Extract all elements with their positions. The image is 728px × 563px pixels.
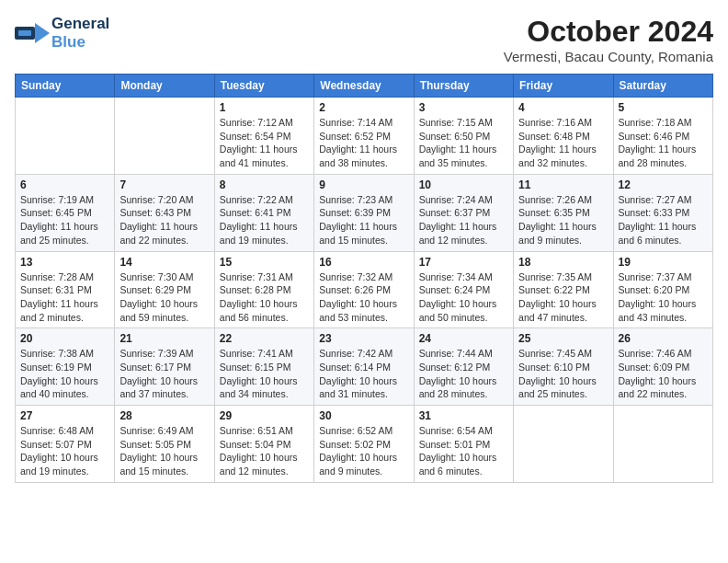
day-number: 29 xyxy=(220,409,309,422)
calendar-cell: 24Sunrise: 7:44 AMSunset: 6:12 PMDayligh… xyxy=(414,328,513,406)
calendar-header-saturday: Saturday xyxy=(613,75,712,98)
day-info: Sunrise: 7:14 AMSunset: 6:52 PMDaylight:… xyxy=(319,116,408,170)
day-info: Sunrise: 7:26 AMSunset: 6:35 PMDaylight:… xyxy=(518,193,608,247)
day-number: 6 xyxy=(20,178,109,191)
page-header: General Blue October 2024 Vermesti, Baca… xyxy=(15,15,713,64)
day-info: Sunrise: 7:32 AMSunset: 6:26 PMDaylight:… xyxy=(319,270,408,325)
title-block: October 2024 Vermesti, Bacau County, Rom… xyxy=(504,15,713,64)
calendar-cell: 19Sunrise: 7:37 AMSunset: 6:20 PMDayligh… xyxy=(613,251,712,328)
calendar-cell xyxy=(115,98,214,175)
calendar-cell: 26Sunrise: 7:46 AMSunset: 6:09 PMDayligh… xyxy=(613,328,712,406)
day-info: Sunrise: 7:19 AMSunset: 6:45 PMDaylight:… xyxy=(20,193,109,247)
day-info: Sunrise: 6:52 AMSunset: 5:02 PMDaylight:… xyxy=(319,424,408,478)
calendar-cell: 8Sunrise: 7:22 AMSunset: 6:41 PMDaylight… xyxy=(214,174,313,251)
calendar-cell: 15Sunrise: 7:31 AMSunset: 6:28 PMDayligh… xyxy=(214,251,313,328)
calendar-cell: 20Sunrise: 7:38 AMSunset: 6:19 PMDayligh… xyxy=(16,328,115,406)
calendar-cell: 23Sunrise: 7:42 AMSunset: 6:14 PMDayligh… xyxy=(314,328,414,406)
calendar-cell: 31Sunrise: 6:54 AMSunset: 5:01 PMDayligh… xyxy=(414,406,513,483)
day-number: 15 xyxy=(220,256,309,269)
day-number: 7 xyxy=(119,178,209,191)
calendar-cell: 30Sunrise: 6:52 AMSunset: 5:02 PMDayligh… xyxy=(314,406,414,483)
day-number: 31 xyxy=(419,409,508,422)
day-info: Sunrise: 7:38 AMSunset: 6:19 PMDaylight:… xyxy=(20,347,109,401)
day-info: Sunrise: 6:48 AMSunset: 5:07 PMDaylight:… xyxy=(20,424,109,478)
logo-general: General xyxy=(51,15,109,32)
calendar-cell: 13Sunrise: 7:28 AMSunset: 6:31 PMDayligh… xyxy=(16,251,115,328)
day-info: Sunrise: 7:34 AMSunset: 6:24 PMDaylight:… xyxy=(419,270,508,325)
calendar-cell: 5Sunrise: 7:18 AMSunset: 6:46 PMDaylight… xyxy=(613,98,712,175)
calendar-cell: 16Sunrise: 7:32 AMSunset: 6:26 PMDayligh… xyxy=(314,251,414,328)
day-info: Sunrise: 7:12 AMSunset: 6:54 PMDaylight:… xyxy=(220,116,309,170)
day-number: 26 xyxy=(619,332,708,345)
month-title: October 2024 xyxy=(504,15,713,49)
day-info: Sunrise: 7:35 AMSunset: 6:22 PMDaylight:… xyxy=(518,270,608,325)
day-info: Sunrise: 7:28 AMSunset: 6:31 PMDaylight:… xyxy=(20,270,109,325)
calendar-week-row: 1Sunrise: 7:12 AMSunset: 6:54 PMDaylight… xyxy=(16,98,713,175)
calendar-week-row: 13Sunrise: 7:28 AMSunset: 6:31 PMDayligh… xyxy=(16,251,713,328)
svg-rect-2 xyxy=(18,30,31,36)
day-info: Sunrise: 7:39 AMSunset: 6:17 PMDaylight:… xyxy=(119,347,209,401)
calendar-header-row: SundayMondayTuesdayWednesdayThursdayFrid… xyxy=(16,75,713,98)
day-number: 4 xyxy=(518,101,608,114)
logo: General Blue xyxy=(15,15,109,52)
day-number: 28 xyxy=(119,409,209,422)
day-number: 18 xyxy=(518,256,608,269)
day-info: Sunrise: 7:37 AMSunset: 6:20 PMDaylight:… xyxy=(619,270,708,325)
calendar-cell: 9Sunrise: 7:23 AMSunset: 6:39 PMDaylight… xyxy=(314,174,414,251)
calendar-header-wednesday: Wednesday xyxy=(314,75,414,98)
calendar-cell: 3Sunrise: 7:15 AMSunset: 6:50 PMDaylight… xyxy=(414,98,513,175)
calendar-cell: 4Sunrise: 7:16 AMSunset: 6:48 PMDaylight… xyxy=(514,98,613,175)
day-number: 5 xyxy=(619,101,708,114)
logo-blue: Blue xyxy=(51,33,85,51)
calendar-cell: 2Sunrise: 7:14 AMSunset: 6:52 PMDaylight… xyxy=(314,98,414,175)
day-info: Sunrise: 7:16 AMSunset: 6:48 PMDaylight:… xyxy=(518,116,608,170)
day-number: 21 xyxy=(119,332,209,345)
day-info: Sunrise: 7:31 AMSunset: 6:28 PMDaylight:… xyxy=(220,270,309,325)
calendar-cell: 22Sunrise: 7:41 AMSunset: 6:15 PMDayligh… xyxy=(214,328,313,406)
day-number: 22 xyxy=(220,332,309,345)
day-number: 16 xyxy=(319,256,408,269)
calendar-cell: 7Sunrise: 7:20 AMSunset: 6:43 PMDaylight… xyxy=(115,174,214,251)
day-info: Sunrise: 7:18 AMSunset: 6:46 PMDaylight:… xyxy=(619,116,708,170)
day-info: Sunrise: 7:30 AMSunset: 6:29 PMDaylight:… xyxy=(119,270,209,325)
day-number: 8 xyxy=(220,178,309,191)
day-info: Sunrise: 7:44 AMSunset: 6:12 PMDaylight:… xyxy=(419,347,508,401)
day-info: Sunrise: 7:15 AMSunset: 6:50 PMDaylight:… xyxy=(419,116,508,170)
day-info: Sunrise: 7:45 AMSunset: 6:10 PMDaylight:… xyxy=(518,347,608,401)
calendar-cell: 21Sunrise: 7:39 AMSunset: 6:17 PMDayligh… xyxy=(115,328,214,406)
day-info: Sunrise: 7:20 AMSunset: 6:43 PMDaylight:… xyxy=(119,193,209,247)
calendar-header-tuesday: Tuesday xyxy=(214,75,313,98)
day-info: Sunrise: 7:41 AMSunset: 6:15 PMDaylight:… xyxy=(220,347,309,401)
calendar-cell: 14Sunrise: 7:30 AMSunset: 6:29 PMDayligh… xyxy=(115,251,214,328)
calendar-cell xyxy=(16,98,115,175)
day-info: Sunrise: 7:22 AMSunset: 6:41 PMDaylight:… xyxy=(220,193,309,247)
calendar-cell: 17Sunrise: 7:34 AMSunset: 6:24 PMDayligh… xyxy=(414,251,513,328)
day-number: 30 xyxy=(319,409,408,422)
day-number: 27 xyxy=(20,409,109,422)
day-info: Sunrise: 6:54 AMSunset: 5:01 PMDaylight:… xyxy=(419,424,508,478)
day-number: 23 xyxy=(319,332,408,345)
calendar-cell: 10Sunrise: 7:24 AMSunset: 6:37 PMDayligh… xyxy=(414,174,513,251)
calendar-cell: 11Sunrise: 7:26 AMSunset: 6:35 PMDayligh… xyxy=(514,174,613,251)
calendar-header-sunday: Sunday xyxy=(16,75,115,98)
calendar-cell: 28Sunrise: 6:49 AMSunset: 5:05 PMDayligh… xyxy=(115,406,214,483)
day-info: Sunrise: 7:24 AMSunset: 6:37 PMDaylight:… xyxy=(419,193,508,247)
calendar-cell xyxy=(613,406,712,483)
day-number: 9 xyxy=(319,178,408,191)
calendar-week-row: 6Sunrise: 7:19 AMSunset: 6:45 PMDaylight… xyxy=(16,174,713,251)
calendar-week-row: 27Sunrise: 6:48 AMSunset: 5:07 PMDayligh… xyxy=(16,406,713,483)
calendar-table: SundayMondayTuesdayWednesdayThursdayFrid… xyxy=(15,74,713,483)
day-number: 10 xyxy=(419,178,508,191)
calendar-header-thursday: Thursday xyxy=(414,75,513,98)
calendar-cell: 12Sunrise: 7:27 AMSunset: 6:33 PMDayligh… xyxy=(613,174,712,251)
logo-icon xyxy=(15,19,50,47)
day-number: 20 xyxy=(20,332,109,345)
day-number: 14 xyxy=(119,256,209,269)
day-number: 19 xyxy=(619,256,708,269)
day-number: 2 xyxy=(319,101,408,114)
calendar-header-monday: Monday xyxy=(115,75,214,98)
day-number: 11 xyxy=(518,178,608,191)
calendar-cell: 27Sunrise: 6:48 AMSunset: 5:07 PMDayligh… xyxy=(16,406,115,483)
day-info: Sunrise: 6:51 AMSunset: 5:04 PMDaylight:… xyxy=(220,424,309,478)
calendar-cell: 18Sunrise: 7:35 AMSunset: 6:22 PMDayligh… xyxy=(514,251,613,328)
